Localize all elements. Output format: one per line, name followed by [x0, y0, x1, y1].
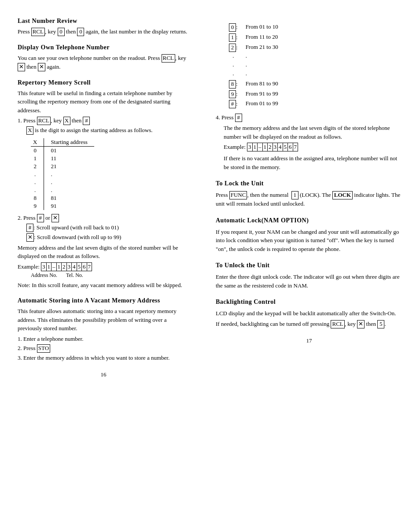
example-box-right: 31–1234567 — [247, 143, 298, 151]
key-lock-indicator: LOCK — [332, 191, 353, 199]
key-hash-1: # — [83, 117, 90, 125]
repertory-para-1: This feature will be useful in finding a… — [18, 89, 189, 115]
section-backlighting: Backlighting Control LCD display and the… — [216, 299, 402, 328]
ex-cell-6: 6 — [82, 263, 87, 271]
auto-step2: 2. Press STO — [18, 344, 189, 353]
table-cell-x-dot2: . — [31, 178, 44, 186]
section-auto-lock: Automatic Lock(NAM OPTION) If you reques… — [216, 217, 402, 254]
ex-cell-2: 2 — [62, 263, 67, 271]
label-addr-no: Address No. — [31, 271, 66, 279]
ex-r-dash: – — [258, 143, 263, 151]
section-auto-storing: Automatic Storing into A Vacant Memory A… — [18, 297, 189, 362]
section-title-backlighting: Backlighting Control — [216, 299, 402, 306]
key-5-back: 5 — [377, 320, 384, 328]
section-body-last-number-review: Press RCL, key 0 then 0 again, the last … — [18, 27, 189, 36]
table-header-x: X — [31, 138, 44, 147]
key-hash-2: # — [37, 214, 44, 222]
table-cell-x-2: 2 — [31, 162, 44, 170]
range-key-9: 9: — [225, 90, 241, 99]
range-val-hash: From 01 to 99 — [242, 100, 282, 109]
table-cell-x-9: 9 — [31, 202, 44, 210]
range-val-9: From 91 to 99 — [242, 90, 282, 99]
section-repertory-memory-scroll: Repertory Memory Scroll This feature wil… — [18, 79, 189, 290]
starting-address-table: X Starting address 001 111 221 .. .. .. … — [31, 138, 94, 210]
range-key-8: 8: — [225, 80, 241, 89]
key-x-5: ✕ — [52, 214, 59, 222]
table-cell-addr-dot2: . — [44, 178, 94, 186]
key-rcl-1: RCL — [31, 28, 45, 36]
ex-r-1: 1 — [253, 143, 258, 151]
key-x-4: X — [26, 126, 33, 135]
key-range-hash: # — [229, 100, 236, 108]
key-1-lock: 1 — [291, 191, 298, 199]
step4-label: 4. Press # — [216, 113, 402, 122]
key-rcl-3: RCL — [37, 117, 51, 125]
key-hash-right: # — [235, 114, 242, 122]
section-body-backlighting: LCD display and the keypad will be backl… — [216, 309, 402, 328]
section-display-own-number: Display Own Telephone Number You can see… — [18, 44, 189, 71]
key-x-back: ✕ — [357, 320, 365, 328]
range-dot-1v: · — [242, 53, 282, 61]
range-dot-2v: · — [242, 62, 282, 70]
section-title-last-number-review: Last Number Review — [18, 18, 189, 25]
label-tel-no: Tel. No. — [66, 271, 83, 279]
range-key-0: 0: — [225, 23, 241, 32]
ex-r-2: 2 — [268, 143, 273, 151]
range-val-8: From 81 to 90 — [242, 80, 282, 89]
step4-para1: The the memory address and the last seve… — [224, 124, 402, 141]
ex-r-1b: 1 — [263, 143, 268, 151]
table-cell-addr-1: 11 — [44, 155, 94, 162]
step2-note: Note: In this scroll feature, any vacant… — [18, 281, 189, 290]
page-num-right: 17 — [216, 337, 402, 344]
range-dot-3v: · — [242, 71, 282, 79]
section-body-display-own-number: You can see your own telephone number on… — [18, 54, 189, 71]
section-title-lock-unit: To Lock the Unit — [216, 180, 402, 187]
step2-para: Memory address and the last seven digits… — [18, 243, 189, 261]
key-hash-3: # — [26, 224, 33, 232]
key-rcl-2: RCL — [162, 54, 175, 63]
table-cell-x-1: 1 — [31, 155, 44, 162]
table-cell-addr-dot3: . — [44, 186, 94, 194]
example-box-left: 31–1234567 — [41, 262, 92, 271]
section-body-auto-lock: If you request it, your NAM can be chang… — [216, 228, 402, 254]
auto-step1: 1. Enter a telephone number. — [18, 335, 189, 343]
section-last-number-review: Last Number Review Press RCL, key 0 then… — [18, 18, 189, 36]
ex-cell-1a: 1 — [47, 263, 52, 271]
table-cell-x-0: 0 — [31, 146, 44, 155]
key-x-2: ✕ — [38, 63, 45, 71]
step4-para2: If there is no vacant address in the ass… — [224, 154, 402, 171]
step4-container: 4. Press # The the memory address and th… — [216, 113, 402, 171]
range-val-2: From 21 to 30 — [242, 43, 282, 52]
key-sto: STO — [37, 344, 50, 353]
range-key-hash: #: — [225, 100, 241, 109]
ex-cell-3b: 3 — [67, 263, 72, 271]
range-key-1: 1: — [225, 33, 241, 42]
table-cell-addr-8: 81 — [44, 194, 94, 202]
ex-r-5: 5 — [283, 143, 288, 151]
step4-example: Example: 31–1234567 — [224, 143, 402, 151]
key-x-3: X — [63, 117, 70, 125]
repertory-step1: 1. Press RCL, key X then # — [18, 116, 189, 125]
table-header-addr: Starting address — [44, 138, 94, 147]
range-val-0: From 01 to 10 — [242, 23, 282, 32]
key-0-1: 0 — [58, 28, 65, 36]
ex-r-3: 3 — [247, 143, 253, 151]
ex-cell-4: 4 — [72, 263, 77, 271]
ex-cell-7: 7 — [87, 263, 92, 271]
ex-cell-1b: 1 — [57, 263, 62, 271]
example-label-row: Address No. Tel. No. — [31, 271, 189, 279]
table-cell-addr-dot1: . — [44, 170, 94, 178]
section-unlock-unit: To Unlock the Unit Enter the three digit… — [216, 262, 402, 290]
table-cell-x-dot1: . — [31, 170, 44, 178]
range-table: 0: From 01 to 10 1: From 11 to 20 2: Fro… — [225, 22, 283, 110]
key-range-8: 8 — [229, 80, 236, 88]
ex-r-3b: 3 — [273, 143, 278, 151]
key-range-1: 1 — [229, 33, 236, 42]
section-title-auto-lock: Automatic Lock(NAM OPTION) — [216, 217, 402, 224]
repertory-x-desc: X is the digit to assign the starting ad… — [26, 126, 189, 135]
ex-cell-5: 5 — [77, 263, 82, 271]
key-rcl-back: RCL — [331, 320, 344, 328]
step2-x-desc: ✕: Scroll downward (with roll up to 99) — [26, 233, 189, 242]
section-title-repertory-memory-scroll: Repertory Memory Scroll — [18, 79, 189, 86]
ex-cell-3: 3 — [41, 263, 47, 271]
